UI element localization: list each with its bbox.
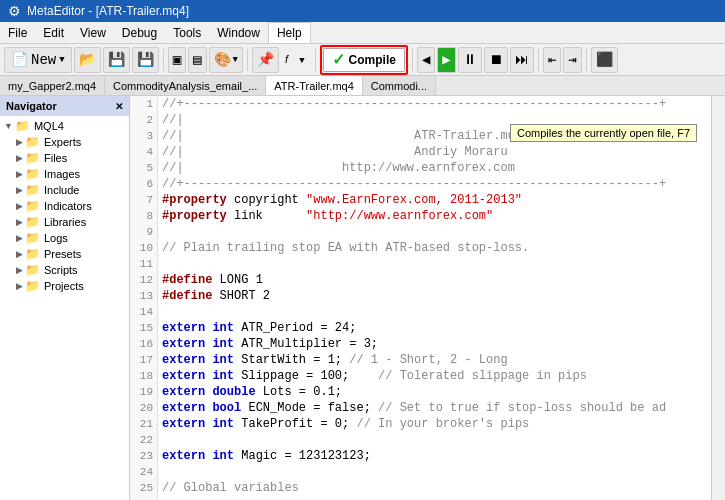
line-20: extern bool ECN_Mode = false; // Set to … xyxy=(162,400,707,416)
compile-button[interactable]: ✓ Compile xyxy=(323,48,405,72)
layout-button3[interactable]: 🎨 ▼ xyxy=(209,47,243,73)
line-18: extern int Slippage = 100; // Tolerated … xyxy=(162,368,707,384)
layout3-drop: ▼ xyxy=(233,55,238,65)
code-content[interactable]: //+-------------------------------------… xyxy=(158,96,711,500)
menu-file[interactable]: File xyxy=(0,22,35,43)
open-button[interactable]: 📂 xyxy=(74,47,101,73)
nav-experts[interactable]: ▶ 📁 Experts xyxy=(0,134,129,150)
line-10: // Plain trailing stop EA with ATR-based… xyxy=(162,240,707,256)
outdent-button[interactable]: ⇥ xyxy=(563,47,581,73)
folder-icon: 📁 xyxy=(25,215,40,229)
line-11 xyxy=(162,256,707,272)
line-23: extern int Magic = 123123123; xyxy=(162,448,707,464)
ln-1: 1 xyxy=(134,96,153,112)
title-bar: ⚙ MetaEditor - [ATR-Trailer.mq4] xyxy=(0,0,725,22)
ln-22: 22 xyxy=(134,432,153,448)
folder-icon: 📁 xyxy=(25,279,40,293)
line-19: extern double Lots = 0.1; xyxy=(162,384,707,400)
nav-files[interactable]: ▶ 📁 Files xyxy=(0,150,129,166)
back-button[interactable]: ◀ xyxy=(417,47,435,73)
layout1-icon: ▣ xyxy=(173,51,181,68)
expand-icon: ▶ xyxy=(16,249,23,259)
nav-images[interactable]: ▶ 📁 Images xyxy=(0,166,129,182)
navigator-panel: Navigator ✕ ▼ 📁 MQL4 ▶ 📁 Experts ▶ 📁 Fil… xyxy=(0,96,130,500)
ln-23: 23 xyxy=(134,448,153,464)
expand-icon: ▼ xyxy=(4,121,13,131)
nav-libraries[interactable]: ▶ 📁 Libraries xyxy=(0,214,129,230)
menu-window[interactable]: Window xyxy=(209,22,268,43)
ln-19: 19 xyxy=(134,384,153,400)
folder-icon: 📁 xyxy=(25,151,40,165)
ln-5: 5 xyxy=(134,160,153,176)
folder-icon: 📁 xyxy=(25,247,40,261)
compile-highlight: ✓ Compile xyxy=(320,45,408,75)
stop-button[interactable]: ⏹ xyxy=(484,47,508,73)
nav-scripts[interactable]: ▶ 📁 Scripts xyxy=(0,262,129,278)
menu-tools[interactable]: Tools xyxy=(165,22,209,43)
navigator-close-button[interactable]: ✕ xyxy=(115,101,123,112)
export-button[interactable]: ⬛ xyxy=(591,47,618,73)
nav-presets[interactable]: ▶ 📁 Presets xyxy=(0,246,129,262)
sep4 xyxy=(412,49,413,71)
menu-view[interactable]: View xyxy=(72,22,114,43)
nav-files-label: Files xyxy=(44,152,67,164)
tab-1[interactable]: CommodityAnalysis_email_... xyxy=(105,76,266,95)
layout3-icon: 🎨 xyxy=(214,51,231,68)
ln-17: 17 xyxy=(134,352,153,368)
nav-logs[interactable]: ▶ 📁 Logs xyxy=(0,230,129,246)
indent-icon: ⇤ xyxy=(548,51,556,68)
save-button[interactable]: 💾 xyxy=(103,47,130,73)
compile-icon: ✓ xyxy=(332,50,345,69)
toolbar: 📄 New ▼ 📂 💾 💾 ▣ ▤ 🎨 ▼ 📌 f ▼ ✓ Compile ◀ … xyxy=(0,44,725,76)
nav-projects[interactable]: ▶ 📁 Projects xyxy=(0,278,129,294)
menu-edit[interactable]: Edit xyxy=(35,22,72,43)
sep6 xyxy=(586,49,587,71)
line-13: #define SHORT 2 xyxy=(162,288,707,304)
new-button[interactable]: 📄 New ▼ xyxy=(4,47,72,73)
pin-button[interactable]: 📌 xyxy=(252,47,279,73)
compile-label: Compile xyxy=(349,53,396,67)
line-9 xyxy=(162,224,707,240)
nav-images-label: Images xyxy=(44,168,80,180)
save-all-button[interactable]: 💾 xyxy=(132,47,159,73)
sep2 xyxy=(247,49,248,71)
tab-2[interactable]: ATR-Trailer.mq4 xyxy=(266,76,362,95)
tab-3[interactable]: Commodi... xyxy=(363,76,436,95)
nav-mql4[interactable]: ▼ 📁 MQL4 xyxy=(0,118,129,134)
vertical-scrollbar[interactable] xyxy=(711,96,725,500)
expand-icon: ▶ xyxy=(16,185,23,195)
ln-2: 2 xyxy=(134,112,153,128)
line-4: //| Andriy Moraru xyxy=(162,144,707,160)
run-button[interactable]: ▶ xyxy=(437,47,455,73)
folder-icon: 📁 xyxy=(25,167,40,181)
ln-6: 6 xyxy=(134,176,153,192)
ln-24: 24 xyxy=(134,464,153,480)
ln-3: 3 xyxy=(134,128,153,144)
nav-presets-label: Presets xyxy=(44,248,81,260)
pause-button[interactable]: ⏸ xyxy=(458,47,482,73)
new-document-icon: 📄 xyxy=(11,51,28,68)
save-all-icon: 💾 xyxy=(137,51,154,68)
nav-indicators[interactable]: ▶ 📁 Indicators xyxy=(0,198,129,214)
nav-include[interactable]: ▶ 📁 Include xyxy=(0,182,129,198)
ln-20: 20 xyxy=(134,400,153,416)
expand-icon: ▶ xyxy=(16,137,23,147)
expand-icon: ▶ xyxy=(16,153,23,163)
menu-debug[interactable]: Debug xyxy=(114,22,165,43)
code-editor[interactable]: Compiles the currently open file, F7 1 2… xyxy=(130,96,725,500)
line-17: extern int StartWith = 1; // 1 - Short, … xyxy=(162,352,707,368)
layout-button1[interactable]: ▣ xyxy=(168,47,186,73)
pin-icon: 📌 xyxy=(257,51,274,68)
main-area: Navigator ✕ ▼ 📁 MQL4 ▶ 📁 Experts ▶ 📁 Fil… xyxy=(0,96,725,500)
tab-0[interactable]: my_Gapper2.mq4 xyxy=(0,76,105,95)
indent-button[interactable]: ⇤ xyxy=(543,47,561,73)
step-button[interactable]: ⏭ xyxy=(510,47,534,73)
folder-icon: 📁 xyxy=(25,199,40,213)
line-12: #define LONG 1 xyxy=(162,272,707,288)
nav-logs-label: Logs xyxy=(44,232,68,244)
ln-13: 13 xyxy=(134,288,153,304)
layout-button2[interactable]: ▤ xyxy=(188,47,206,73)
menu-help[interactable]: Help xyxy=(268,22,311,43)
ln-12: 12 xyxy=(134,272,153,288)
nav-indicators-label: Indicators xyxy=(44,200,92,212)
